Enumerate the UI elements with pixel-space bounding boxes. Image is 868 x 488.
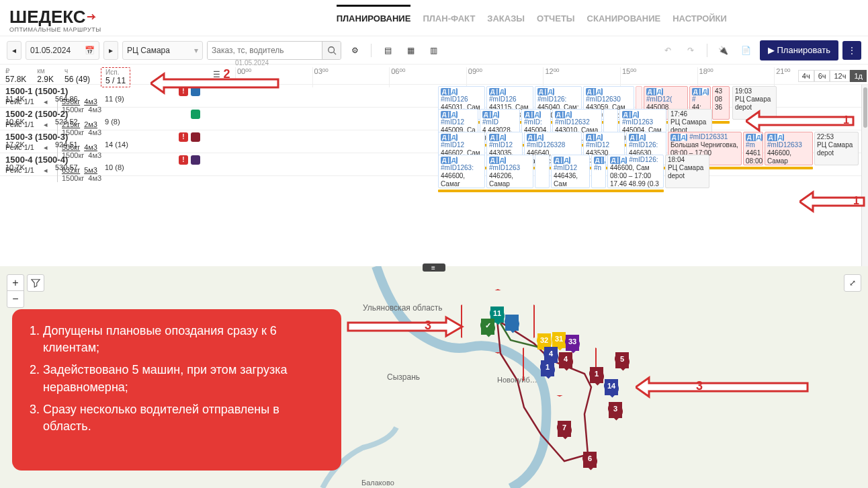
anno-item-2: Задействовано 5 машин, при этом загрузка… [43, 362, 324, 395]
nav-planfact[interactable]: ПЛАН-ФАКТ [423, 13, 475, 35]
nav-planning[interactable]: ПЛАНИРОВАНИЕ [337, 5, 411, 35]
tool-button-a[interactable]: 🔌 [714, 41, 733, 60]
route-row[interactable]: 1500-1 (1500-1) ! Рейс 1/1 ◂ 598кг4м3 15… [0, 85, 868, 108]
timeline-task[interactable]: Д |Д #mID1263446206, Самар08:00 – 17:002… [486, 155, 533, 188]
timeline-task[interactable]: Д |Д #mID1263:446600, Самаr08:00 – 17:00… [438, 155, 485, 188]
map-marker[interactable]: 33 [566, 335, 579, 351]
gear-icon: ⚙ [351, 46, 359, 55]
city-ulyanovsk: Ульяновская область [363, 303, 443, 313]
search-icon [327, 46, 337, 55]
timeline-task[interactable] [535, 155, 550, 188]
dots-icon: ⋮ [848, 46, 856, 55]
route-timeline: Д |Д #mID12445009, Са08:00 – 17:39.66 (0… [208, 108, 868, 130]
svg-line-1 [333, 52, 336, 54]
settings-gear-button[interactable]: ⚙ [345, 41, 364, 60]
chevron-down-icon: ▾ [194, 46, 198, 55]
timeline-task[interactable]: Д |Д #n [591, 155, 606, 188]
undo-icon: ↶ [664, 46, 671, 55]
summary-used-hdr: Исп. [105, 69, 126, 76]
redo-button[interactable]: ↷ [681, 41, 700, 60]
route-duration-bar [438, 190, 664, 192]
plan-label: Планировать [777, 45, 831, 55]
routes-scrollbar[interactable] [861, 85, 868, 266]
warehouse-select[interactable]: РЦ Самара ▾ [122, 41, 203, 60]
search-button[interactable] [322, 42, 341, 59]
map-marker[interactable]: 6 [583, 452, 597, 468]
scale-4h[interactable]: 4ч [798, 70, 814, 82]
anno-item-3: Сразу несколько водителей отправлены в о… [43, 401, 324, 435]
route-timeline: Д |Д #mID12446602, Сам08:00 – 17:080.44 … [208, 130, 868, 153]
route-row[interactable]: 1500-4 (1500-4) ! Рейс 1/1 ◂ 632кг5м3 15… [0, 153, 868, 176]
map-zoom: + − [7, 274, 24, 308]
map-marker[interactable]: 4 [559, 352, 572, 368]
plan-more-button[interactable]: ⋮ [842, 41, 861, 60]
summary-hours-hdr: ч [64, 67, 90, 75]
date-value: 01.05.2024 [30, 46, 71, 55]
logo-text: ШЕДЕКС [9, 7, 86, 28]
search-input[interactable] [208, 42, 322, 59]
nav-settings[interactable]: НАСТРОЙКИ [672, 13, 727, 35]
map-marker[interactable] [505, 315, 519, 331]
layout-button-2[interactable]: ▦ [401, 41, 420, 60]
map-marker[interactable]: 1 [541, 360, 554, 376]
main-nav: ПЛАНИРОВАНИЕ ПЛАН-ФАКТ ЗАКАЗЫ ОТЧЕТЫ СКА… [337, 7, 727, 35]
map-marker[interactable]: 14 [605, 379, 618, 395]
timeline-task[interactable]: Д |Д #mID12446436, Сам08:00 – 17:060.95 … [551, 155, 590, 188]
summary-km-hdr: км [37, 67, 54, 75]
scale-select: 4ч 6ч 12ч 1д [798, 70, 867, 82]
play-icon: ▶ [768, 45, 775, 55]
map-zoom-out[interactable]: − [7, 291, 24, 307]
page-icon: 📄 [741, 46, 751, 55]
map-filter-button[interactable] [27, 274, 44, 292]
route-timeline: Д |Д #mID1263:446600, Самаr08:00 – 17:00… [208, 153, 868, 175]
map-marker[interactable]: 3 [609, 402, 622, 418]
nav-reports[interactable]: ОТЧЕТЫ [537, 13, 575, 35]
city-balakovo: Балаково [361, 479, 394, 487]
grid-icon: ▦ [407, 46, 415, 55]
date-next-button[interactable]: ▸ [103, 41, 118, 60]
summary-hours-val: 56 (49) [64, 75, 90, 84]
city-syzran: Сызрань [387, 372, 420, 382]
annotation-callout: Допущены плановые опоздания сразу к 6 кл… [12, 309, 341, 471]
anno-item-1: Допущены плановые опоздания сразу к 6 кл… [43, 323, 324, 356]
summary-km-val: 2.9K [37, 75, 54, 84]
map-marker[interactable]: 5 [615, 352, 629, 368]
timeline-task[interactable]: Д |Д #mID126:446600, Сам08:00 – 17:0017.… [607, 155, 664, 188]
plan-button[interactable]: ▶ Планировать [760, 40, 839, 60]
logo-arrow-icon [86, 7, 98, 28]
nav-scanning[interactable]: СКАНИРОВАНИЕ [587, 13, 661, 35]
summary-cost-val: 57.8K [5, 75, 26, 84]
undo-button[interactable]: ↶ [658, 41, 677, 60]
app-logo: ШЕДЕКС ОПТИМАЛЬНЫЕ МАРШРУТЫ [9, 7, 101, 33]
map-marker[interactable]: 31 [552, 332, 566, 348]
list2-icon: ▥ [430, 46, 437, 55]
date-prev-button[interactable]: ◂ [7, 41, 21, 60]
expand-icon: ⤢ [849, 278, 856, 288]
map-marker[interactable]: 7 [558, 421, 571, 437]
map-resize-handle[interactable]: ≡ [423, 263, 445, 272]
layout-button-3[interactable]: ▥ [424, 41, 443, 60]
scale-1d[interactable]: 1д [850, 70, 867, 82]
scale-12h[interactable]: 12ч [830, 70, 850, 82]
map-zoom-in[interactable]: + [7, 275, 24, 291]
scale-6h[interactable]: 6ч [814, 70, 830, 82]
route-row[interactable]: 1500-3 (1500-3) ! Рейс 1/1 ◂ 506кг4м3 15… [0, 130, 868, 153]
map-expand-button[interactable]: ⤢ [844, 274, 861, 292]
map-marker[interactable]: 1 [590, 367, 603, 383]
search-input-wrap [207, 41, 341, 60]
layout-button-1[interactable]: ▤ [378, 41, 397, 60]
date-picker[interactable]: 01.05.2024 📅 [26, 41, 99, 60]
map-marker[interactable]: ✓ [481, 319, 494, 335]
redo-icon: ↷ [687, 46, 694, 55]
routes-area: 1500-1 (1500-1) ! Рейс 1/1 ◂ 598кг4м3 15… [0, 85, 868, 266]
depot-card[interactable]: 18:04РЦ Самараdepot [665, 155, 709, 188]
funnel-icon [31, 278, 40, 288]
route-row[interactable]: 1500-2 (1500-2) Рейс 1/1 ◂ 215кг2м3 1500… [0, 108, 868, 130]
nav-orders[interactable]: ЗАКАЗЫ [487, 13, 525, 35]
funnel-icon[interactable]: ☰ [213, 70, 220, 79]
time-axis-date: 01.05.2024 [235, 59, 269, 67]
tool-button-b[interactable]: 📄 [737, 41, 756, 60]
route-timeline: Д |Д #mID126445031, Сам08:00 – 17:01 (0.… [208, 85, 868, 107]
plug-icon: 🔌 [718, 46, 728, 55]
warehouse-value: РЦ Самара [127, 46, 170, 55]
